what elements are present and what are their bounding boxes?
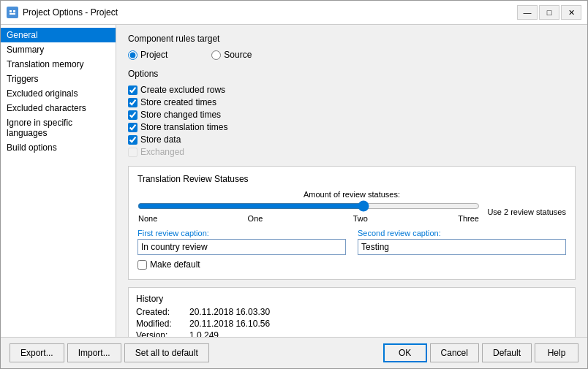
sidebar-item-build-options[interactable]: Build options [1,140,116,155]
review-section-title: Translation Review Statuses [137,174,566,184]
history-created-key: Created: [136,307,184,317]
window-icon [7,7,18,18]
tick-two: Two [353,214,368,223]
tick-three: Three [458,214,479,223]
close-button[interactable]: ✕ [561,5,581,20]
help-button[interactable]: Help [535,343,578,362]
checkbox-store-translation-times[interactable]: Store translation times [128,122,576,132]
checkbox-exchanged-label: Exchanged [140,147,184,157]
first-caption-group: First review caption: [137,229,346,255]
checkbox-store-data-label: Store data [140,134,181,145]
tick-one: One [248,214,263,223]
slider-ticks: None One Two Three [137,214,480,223]
slider-use-label: Use 2 review statuses [486,208,566,216]
checkbox-exchanged[interactable]: Exchanged [128,147,576,157]
window-controls: — □ ✕ [517,5,581,20]
radio-project-input[interactable] [128,50,137,60]
component-rules-title: Component rules target [128,34,576,44]
content-area: GeneralSummaryTranslation memoryTriggers… [1,25,587,337]
sidebar-item-translation-memory[interactable]: Translation memory [1,57,116,72]
default-button[interactable]: Default [482,343,532,362]
checkbox-store-created-times[interactable]: Store created times [128,97,576,107]
checkbox-store-translation-times-input[interactable] [128,123,137,132]
tick-none: None [138,214,157,223]
window-title: Project Options - Project [23,7,513,18]
second-caption-group: Second review caption: [358,229,566,255]
checkbox-store-data[interactable]: Store data [128,134,576,145]
sidebar-item-general[interactable]: General [1,28,116,42]
radio-source-label: Source [224,50,252,60]
checkbox-exchanged-input [128,148,137,157]
maximize-button[interactable]: □ [539,5,559,20]
history-title: History [136,294,568,304]
checkbox-store-changed-times-input[interactable] [128,110,137,120]
import-button[interactable]: Import... [67,343,121,362]
component-rules-group: Project Source [128,50,576,60]
svg-rect-2 [13,10,15,12]
history-modified-key: Modified: [136,319,184,329]
slider-row: None One Two Three Use 2 review statuses [137,200,566,223]
sidebar-item-excluded-originals[interactable]: Excluded originals [1,86,116,101]
checkbox-store-data-input[interactable] [128,135,137,145]
svg-rect-1 [10,10,12,12]
options-title: Options [128,69,576,79]
cancel-button[interactable]: Cancel [430,343,479,362]
checkbox-store-changed-times[interactable]: Store changed times [128,110,576,120]
footer-right: OK Cancel Default Help [383,343,578,362]
make-default-row: Make default [137,259,566,270]
radio-project-label: Project [140,50,167,60]
minimize-button[interactable]: — [517,5,538,20]
first-caption-input[interactable] [137,239,346,255]
history-version-key: Version: [136,330,184,337]
history-version-value: 1.0.249 [189,330,219,337]
set-all-default-button[interactable]: Set all to default [124,343,209,362]
slider-wrapper: None One Two Three [137,200,480,223]
review-section: Translation Review Statuses Amount of re… [128,166,576,280]
sidebar-item-ignore-specific-languages[interactable]: Ignore in specific languages [1,115,116,140]
sidebar-item-triggers[interactable]: Triggers [1,72,116,86]
history-section: History Created: 20.11.2018 16.03.30 Mod… [128,287,576,337]
checkbox-store-created-times-input[interactable] [128,98,137,107]
footer: Export... Import... Set all to default O… [1,337,587,368]
checkbox-create-excluded-rows-input[interactable] [128,85,137,95]
history-modified-row: Modified: 20.11.2018 16.10.56 [136,319,568,329]
review-statuses-slider[interactable] [137,200,480,212]
history-created-value: 20.11.2018 16.03.30 [189,307,270,317]
checkbox-store-translation-times-label: Store translation times [140,122,227,132]
slider-label: Amount of review statuses: [137,190,566,199]
radio-source[interactable]: Source [211,50,252,60]
make-default-input[interactable] [137,260,147,270]
svg-rect-3 [10,13,15,15]
options-section: Options Create excluded rows Store creat… [128,69,576,157]
export-button[interactable]: Export... [10,343,64,362]
first-caption-label: First review caption: [137,229,346,237]
main-panel: Component rules target Project Source Op… [116,25,587,337]
second-caption-input[interactable] [358,239,566,255]
history-version-row: Version: 1.0.249 [136,330,568,337]
radio-source-input[interactable] [211,50,221,60]
make-default-checkbox[interactable]: Make default [137,259,566,270]
radio-project[interactable]: Project [128,50,167,60]
checkbox-create-excluded-rows-label: Create excluded rows [140,85,225,95]
history-created-row: Created: 20.11.2018 16.03.30 [136,307,568,317]
title-bar: Project Options - Project — □ ✕ [1,1,587,25]
sidebar: GeneralSummaryTranslation memoryTriggers… [1,25,116,337]
footer-left: Export... Import... Set all to default [10,343,209,362]
second-caption-label: Second review caption: [358,229,566,237]
sidebar-item-excluded-characters[interactable]: Excluded characters [1,101,116,115]
checkbox-create-excluded-rows[interactable]: Create excluded rows [128,85,576,95]
history-modified-value: 20.11.2018 16.10.56 [189,319,270,329]
svg-rect-0 [8,8,17,17]
checkbox-store-created-times-label: Store created times [140,97,216,107]
make-default-label: Make default [150,259,200,270]
main-window: Project Options - Project — □ ✕ GeneralS… [0,0,588,369]
caption-row: First review caption: Second review capt… [137,229,566,255]
ok-button[interactable]: OK [383,343,427,362]
checkbox-store-changed-times-label: Store changed times [140,110,221,120]
sidebar-item-summary[interactable]: Summary [1,42,116,57]
